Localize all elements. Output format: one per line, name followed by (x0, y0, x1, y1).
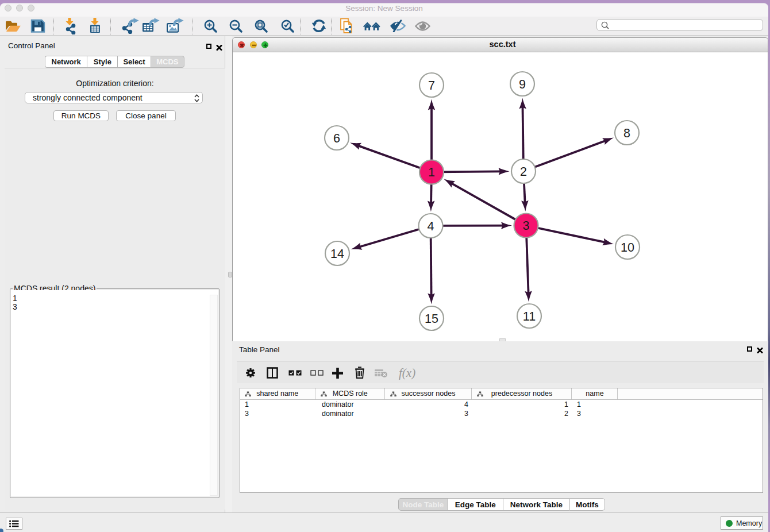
svg-text:8: 8 (623, 126, 630, 140)
svg-text:6: 6 (333, 132, 340, 145)
svg-text:2: 2 (520, 165, 527, 179)
svg-text:10: 10 (621, 241, 634, 255)
svg-text:9: 9 (519, 78, 526, 91)
svg-text:3: 3 (523, 219, 530, 233)
svg-text:4: 4 (428, 219, 434, 233)
svg-text:11: 11 (523, 310, 536, 323)
svg-text:7: 7 (428, 79, 435, 92)
svg-text:1: 1 (428, 165, 435, 179)
svg-text:14: 14 (330, 247, 344, 261)
svg-text:15: 15 (425, 312, 438, 326)
